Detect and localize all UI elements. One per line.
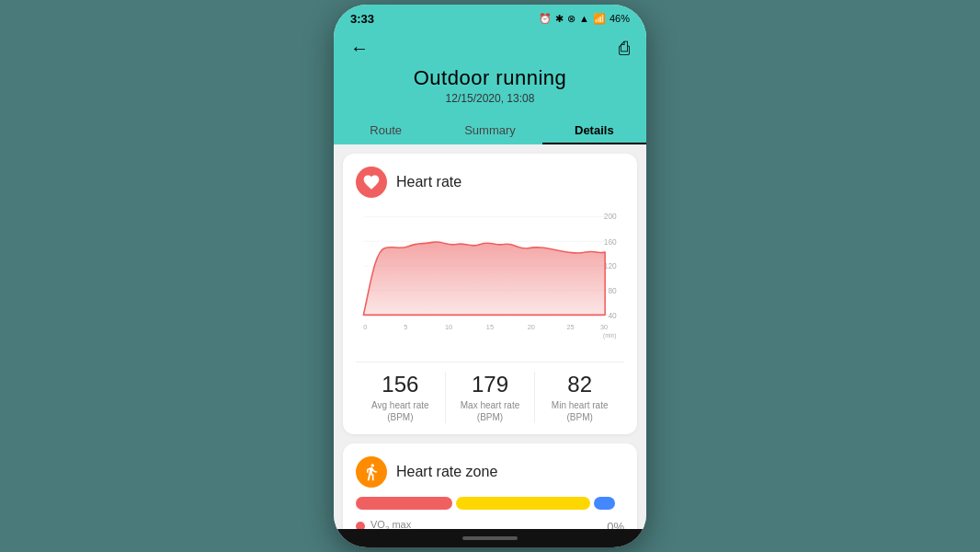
tab-details[interactable]: Details (542, 116, 646, 144)
vo2-dot (356, 522, 365, 529)
phone-frame: 3:33 ⏰ ✱ ⊗ ▲ 📶 46% ← ⎙ Outdoor running 1… (334, 5, 646, 547)
svg-text:30: 30 (600, 323, 608, 331)
heart-rate-card-header: Heart rate (356, 167, 624, 198)
svg-text:25: 25 (566, 323, 574, 331)
avg-label: Avg heart rate(BPM) (356, 399, 445, 423)
min-label: Min heart rate(BPM) (535, 399, 624, 423)
vo2-row: VO2 max 0s 0% (356, 519, 624, 529)
svg-text:200: 200 (604, 212, 617, 221)
title-section: Outdoor running 12/15/2020, 13:08 (334, 66, 646, 116)
max-heart-rate: 179 Max heart rate(BPM) (446, 372, 536, 423)
heart-rate-svg: 200 160 120 80 40 0 5 10 15 20 (356, 207, 624, 354)
content: Heart rate 200 160 120 80 40 (334, 144, 646, 529)
max-value: 179 (446, 372, 535, 397)
tabs: Route Summary Details (334, 116, 646, 144)
zone-card-header: Heart rate zone (356, 456, 624, 488)
avg-value: 156 (356, 372, 445, 397)
back-button[interactable]: ← (350, 38, 369, 59)
battery-text: 46% (610, 13, 630, 24)
svg-text:15: 15 (486, 323, 494, 331)
svg-text:20: 20 (528, 323, 535, 331)
tab-summary[interactable]: Summary (438, 116, 541, 144)
max-label: Max heart rate(BPM) (446, 399, 535, 423)
bottom-bar (334, 529, 646, 547)
avg-heart-rate: 156 Avg heart rate(BPM) (356, 372, 446, 423)
zone-title: Heart rate zone (396, 464, 497, 480)
vo2-label-row: VO2 max (356, 519, 411, 529)
zone-progress-bar (356, 497, 624, 510)
zone-blue-segment (594, 497, 615, 510)
vo2-left: VO2 max 0s (356, 519, 411, 529)
heart-icon-circle (356, 167, 387, 198)
home-indicator (462, 536, 518, 540)
alarm-icon: ⏰ (539, 13, 552, 25)
heart-rate-stats: 156 Avg heart rate(BPM) 179 Max heart ra… (356, 362, 624, 423)
header: ← ⎙ (334, 30, 646, 66)
heart-rate-title: Heart rate (396, 174, 462, 190)
min-value: 82 (535, 372, 624, 397)
signal-icon: 📶 (593, 13, 606, 25)
zone-icon (362, 463, 381, 481)
heart-rate-zone-card: Heart rate zone VO2 max 0s 0% (343, 443, 637, 529)
status-icons: ⏰ ✱ ⊗ ▲ 📶 46% (539, 13, 630, 25)
activity-date: 12/15/2020, 13:08 (350, 92, 630, 105)
bluetooth-icon: ✱ (555, 13, 564, 25)
share-button[interactable]: ⎙ (619, 38, 630, 59)
heart-icon (362, 173, 381, 191)
activity-title: Outdoor running (350, 66, 630, 90)
heart-rate-chart: 200 160 120 80 40 0 5 10 15 20 (356, 207, 624, 354)
svg-text:5: 5 (404, 323, 407, 331)
status-bar: 3:33 ⏰ ✱ ⊗ ▲ 📶 46% (334, 5, 646, 30)
min-heart-rate: 82 Min heart rate(BPM) (535, 372, 624, 423)
status-time: 3:33 (350, 12, 374, 26)
svg-text:(min): (min) (603, 332, 616, 339)
wifi-icon: ▲ (579, 13, 589, 24)
svg-text:10: 10 (445, 323, 452, 331)
zone-orange-segment (456, 497, 590, 510)
zone-red-segment (356, 497, 452, 510)
svg-text:0: 0 (363, 323, 367, 331)
nfc-icon: ⊗ (567, 13, 575, 25)
zone-icon-circle (356, 456, 387, 488)
heart-rate-card: Heart rate 200 160 120 80 40 (343, 154, 637, 434)
vo2-percent: 0% (607, 520, 624, 529)
vo2-label: VO2 max (370, 519, 411, 529)
tab-route[interactable]: Route (334, 116, 438, 144)
